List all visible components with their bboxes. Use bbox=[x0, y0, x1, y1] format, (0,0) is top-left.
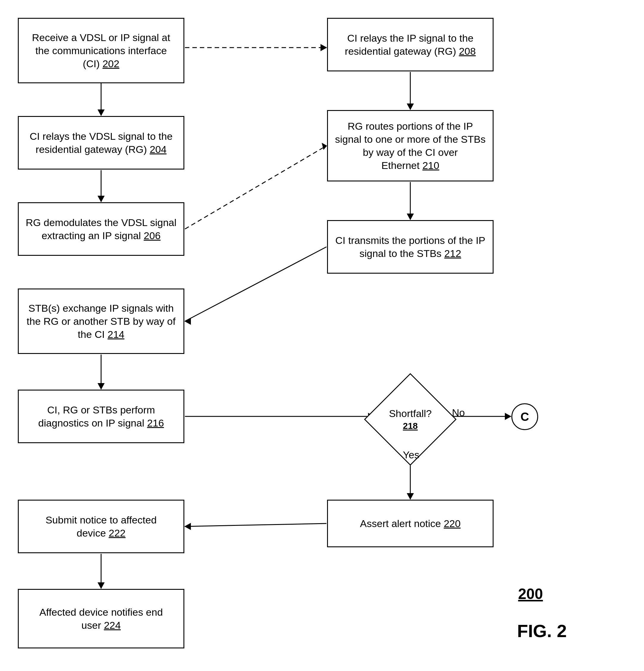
box-208-label: CI relays the IP signal to the residenti… bbox=[345, 33, 473, 57]
diagram-container: Receive a VDSL or IP signal at the commu… bbox=[0, 0, 644, 671]
svg-marker-19 bbox=[505, 413, 511, 420]
box-222-ref: 222 bbox=[109, 527, 126, 539]
diamond-218-ref: 218 bbox=[389, 420, 432, 432]
box-216-label: CI, RG or STBs perform diagnostics on IP… bbox=[38, 404, 155, 429]
svg-line-12 bbox=[185, 247, 326, 321]
box-212: CI transmits the portions of the IP sign… bbox=[327, 220, 493, 274]
box-214-label: STB(s) exchange IP signals with the RG o… bbox=[27, 303, 176, 340]
svg-marker-11 bbox=[407, 214, 414, 220]
box-224-ref: 224 bbox=[104, 620, 121, 631]
box-210-label: RG routes portions of the IP signal to o… bbox=[335, 121, 486, 171]
svg-marker-3 bbox=[98, 196, 105, 202]
svg-marker-9 bbox=[322, 143, 327, 150]
box-206: RG demodulates the VDSL signal extractin… bbox=[18, 202, 184, 256]
box-204: CI relays the VDSL signal to the residen… bbox=[18, 116, 184, 169]
yes-label: Yes bbox=[403, 449, 419, 461]
box-220-ref: 220 bbox=[443, 518, 461, 529]
box-224: Affected device notifies end user 224 bbox=[18, 589, 184, 648]
diagram-ref: 200 bbox=[518, 585, 543, 603]
svg-line-22 bbox=[185, 523, 326, 527]
box-210: RG routes portions of the IP signal to o… bbox=[327, 110, 493, 181]
box-220-label: Assert alert notice bbox=[360, 518, 441, 529]
box-222: Submit notice to affected device 222 bbox=[18, 500, 184, 553]
box-224-label: Affected device notifies end user bbox=[39, 606, 163, 631]
svg-marker-21 bbox=[407, 493, 414, 500]
svg-marker-23 bbox=[184, 523, 191, 530]
box-210-ref: 210 bbox=[423, 160, 439, 171]
svg-marker-5 bbox=[321, 44, 327, 51]
box-204-ref: 204 bbox=[150, 144, 167, 155]
diamond-218-label: Shortfall? bbox=[389, 407, 432, 420]
box-214-ref: 214 bbox=[108, 329, 125, 340]
box-222-label: Submit notice to affected device bbox=[46, 514, 157, 539]
svg-marker-7 bbox=[407, 103, 414, 110]
svg-marker-1 bbox=[98, 110, 105, 116]
box-208-ref: 208 bbox=[459, 46, 476, 57]
box-208: CI relays the IP signal to the residenti… bbox=[327, 18, 493, 72]
svg-line-8 bbox=[185, 146, 326, 229]
box-214: STB(s) exchange IP signals with the RG o… bbox=[18, 289, 184, 354]
diamond-218: Shortfall? 218 bbox=[374, 383, 447, 456]
box-202: Receive a VDSL or IP signal at the commu… bbox=[18, 18, 184, 83]
figure-label: FIG. 2 bbox=[517, 621, 567, 641]
box-206-ref: 206 bbox=[144, 230, 160, 241]
circle-c: C bbox=[511, 403, 538, 430]
box-220: Assert alert notice 220 bbox=[327, 500, 493, 547]
box-212-label: CI transmits the portions of the IP sign… bbox=[335, 235, 486, 259]
box-216: CI, RG or STBs perform diagnostics on IP… bbox=[18, 390, 184, 443]
box-212-ref: 212 bbox=[444, 248, 461, 259]
svg-marker-25 bbox=[98, 582, 105, 589]
box-202-ref: 202 bbox=[103, 58, 119, 69]
box-216-ref: 216 bbox=[147, 417, 164, 429]
no-label: No bbox=[452, 407, 465, 418]
box-202-label: Receive a VDSL or IP signal at the commu… bbox=[32, 32, 170, 69]
svg-marker-15 bbox=[98, 383, 105, 390]
svg-marker-13 bbox=[184, 318, 191, 325]
circle-c-label: C bbox=[520, 410, 529, 423]
